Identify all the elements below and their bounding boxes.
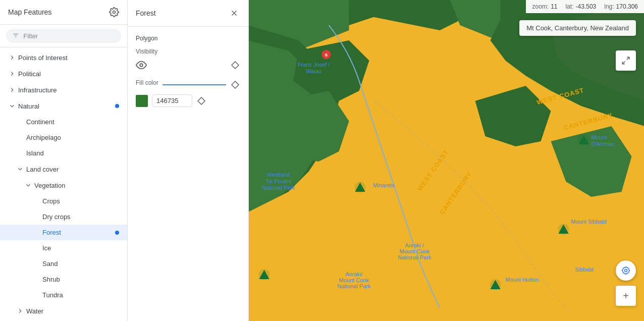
sidebar-item-crops[interactable]: Crops bbox=[0, 193, 127, 209]
svg-marker-9 bbox=[198, 97, 205, 104]
svg-text:6: 6 bbox=[325, 52, 328, 58]
sidebar-item-land-cover[interactable]: Land cover bbox=[0, 161, 127, 177]
svg-point-51 bbox=[625, 270, 627, 272]
sidebar-item-political[interactable]: Political bbox=[0, 66, 127, 82]
sidebar-item-label: Points of Interest bbox=[18, 54, 68, 62]
sidebar-item-label: Island bbox=[26, 149, 44, 157]
sidebar-item-label: Land cover bbox=[26, 166, 59, 173]
sidebar-item-label: Political bbox=[18, 70, 41, 78]
filter-input[interactable] bbox=[23, 32, 115, 40]
sidebar-item-label: Forest bbox=[42, 229, 61, 236]
sidebar-item-shrub[interactable]: Shrub bbox=[0, 272, 127, 287]
color-value-input[interactable]: 146735 bbox=[152, 94, 192, 107]
svg-text:National Park: National Park bbox=[261, 185, 295, 191]
detail-panel: Forest Polygon Visibility bbox=[128, 0, 249, 321]
svg-text:Mount Cook: Mount Cook bbox=[400, 248, 430, 254]
detail-title: Forest bbox=[136, 9, 156, 17]
svg-marker-7 bbox=[232, 62, 239, 69]
fill-color-diamond[interactable] bbox=[230, 80, 240, 90]
sidebar-title: Map Features bbox=[8, 8, 51, 16]
lat-stat: lat: -43.503 bbox=[566, 3, 597, 10]
sidebar-item-label: Shrub bbox=[42, 276, 60, 283]
svg-line-50 bbox=[622, 62, 625, 64]
filter-input-wrapper bbox=[6, 29, 121, 43]
gear-icon[interactable] bbox=[109, 7, 119, 17]
active-dot bbox=[115, 231, 119, 235]
sidebar-list: Points of InterestPoliticalInfrastructur… bbox=[0, 47, 127, 321]
chevron-icon bbox=[8, 86, 16, 94]
sidebar-item-infrastructure[interactable]: Infrastructure bbox=[0, 82, 127, 98]
chevron-icon bbox=[16, 165, 24, 173]
filter-icon bbox=[12, 32, 19, 40]
fill-color-line bbox=[163, 84, 226, 85]
chevron-icon bbox=[16, 307, 24, 315]
svg-text:Mount: Mount bbox=[592, 134, 607, 140]
map-area[interactable]: zoom: 11 lat: -43.503 lng: 170.306 bbox=[249, 0, 644, 321]
color-input-row: 146735 bbox=[136, 94, 240, 107]
chevron-icon bbox=[24, 181, 32, 189]
zoom-stat: zoom: 11 bbox=[532, 3, 557, 10]
svg-point-6 bbox=[140, 64, 143, 67]
chevron-icon bbox=[8, 70, 16, 78]
map-svg: 6 Franz Josef / Waiau WEST COAST CANTERB… bbox=[249, 0, 644, 321]
sidebar-item-continent[interactable]: Continent bbox=[0, 114, 127, 130]
sidebar-item-natural[interactable]: Natural bbox=[0, 98, 127, 114]
sidebar-item-label: Archipelago bbox=[26, 134, 61, 141]
sidebar-item-label: Crops bbox=[42, 197, 60, 205]
locate-button[interactable] bbox=[616, 260, 636, 281]
sidebar-item-points-of-interest[interactable]: Points of Interest bbox=[0, 49, 127, 66]
close-button[interactable] bbox=[228, 7, 240, 19]
visibility-label: Visibility bbox=[136, 48, 240, 55]
sidebar-item-forest[interactable]: Forest bbox=[0, 225, 127, 240]
polygon-label: Polygon bbox=[136, 35, 240, 42]
zoom-plus-button[interactable]: + bbox=[616, 286, 636, 306]
sidebar-item-label: Vegetation bbox=[34, 182, 65, 189]
location-badge: Mt Cook, Canterbury, New Zealand bbox=[519, 20, 636, 36]
sidebar-item-label: Continent bbox=[26, 118, 55, 126]
sidebar-item-label: Infrastructure bbox=[18, 86, 57, 94]
sidebar-item-vegetation[interactable]: Vegetation bbox=[0, 177, 127, 193]
svg-text:Mount Sibbald: Mount Sibbald bbox=[571, 219, 607, 225]
chevron-icon bbox=[8, 102, 16, 110]
svg-text:Franz Josef /: Franz Josef / bbox=[298, 62, 331, 68]
sidebar-item-ice[interactable]: Ice bbox=[0, 240, 127, 256]
svg-text:Mount Hutton: Mount Hutton bbox=[506, 277, 539, 283]
svg-text:Aoraki/: Aoraki/ bbox=[345, 271, 363, 277]
svg-text:D'Archiac: D'Archiac bbox=[592, 141, 615, 147]
svg-line-49 bbox=[627, 57, 629, 60]
fill-color-row: Fill color bbox=[136, 79, 240, 90]
sidebar-item-sand[interactable]: Sand bbox=[0, 256, 127, 272]
svg-text:National Park: National Park bbox=[337, 283, 371, 289]
sidebar-item-archipelago[interactable]: Archipelago bbox=[0, 130, 127, 145]
active-dot bbox=[115, 104, 119, 108]
visibility-row bbox=[136, 59, 240, 71]
sidebar-header: Map Features bbox=[0, 0, 127, 25]
fill-color-label: Fill color bbox=[136, 79, 158, 86]
sidebar: Map Features Points of InterestPolitical… bbox=[0, 0, 128, 321]
sidebar-item-dry-crops[interactable]: Dry crops bbox=[0, 209, 127, 225]
fill-color-section: Fill color 146735 bbox=[136, 79, 240, 107]
svg-marker-8 bbox=[232, 81, 239, 88]
visibility-diamond[interactable] bbox=[230, 60, 240, 70]
sidebar-item-island[interactable]: Island bbox=[0, 145, 127, 161]
sidebar-item-water[interactable]: Water bbox=[0, 303, 127, 319]
svg-text:Aoraki /: Aoraki / bbox=[405, 242, 424, 248]
sidebar-item-label: Sand bbox=[42, 260, 58, 268]
sidebar-item-background[interactable]: Background bbox=[0, 319, 127, 321]
sidebar-item-tundra[interactable]: Tundra bbox=[0, 287, 127, 303]
color-swatch[interactable] bbox=[136, 95, 148, 107]
svg-text:Tai Poutini: Tai Poutini bbox=[265, 178, 291, 184]
sidebar-item-label: Natural bbox=[18, 102, 39, 110]
svg-point-52 bbox=[622, 267, 629, 274]
chevron-icon bbox=[8, 54, 16, 62]
detail-content: Polygon Visibility Fill color bbox=[128, 27, 248, 115]
color-diamond[interactable] bbox=[196, 96, 206, 106]
filter-bar bbox=[0, 25, 127, 47]
fullscreen-button[interactable] bbox=[616, 50, 636, 71]
sidebar-item-label: Dry crops bbox=[42, 213, 71, 221]
svg-text:Westland: Westland bbox=[267, 172, 290, 178]
svg-text:Mount Cook: Mount Cook bbox=[339, 277, 369, 283]
map-header: zoom: 11 lat: -43.503 lng: 170.306 bbox=[526, 0, 644, 13]
sidebar-item-label: Ice bbox=[42, 244, 51, 252]
eye-icon[interactable] bbox=[136, 59, 148, 71]
